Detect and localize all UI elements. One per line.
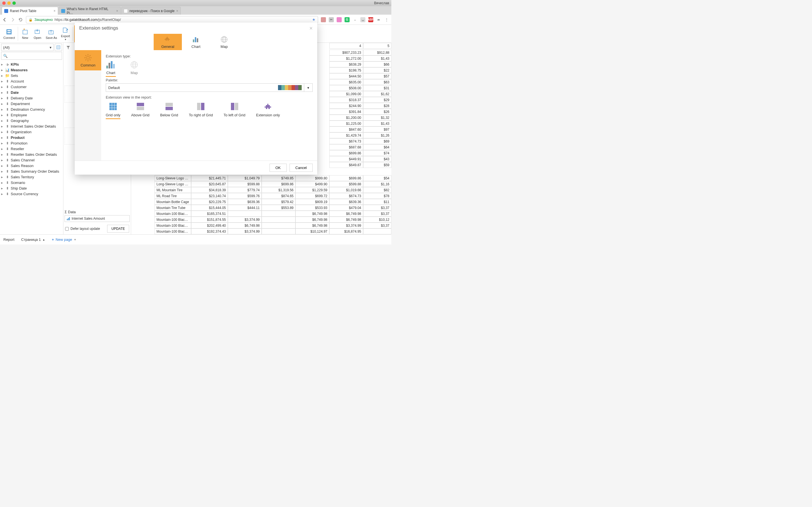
grid-cell[interactable]: $391.84: [329, 109, 363, 115]
expand-icon[interactable]: ▸: [1, 158, 4, 162]
grid-cell[interactable]: $599.88: [228, 181, 262, 187]
grid-row[interactable]: Long-Sleeve Logo …$20,645.87$599.88$699.…: [131, 181, 391, 187]
tree-item[interactable]: ▸⬍Sales Territory: [1, 174, 62, 180]
grid-cell[interactable]: $809.19: [296, 199, 329, 205]
column-header[interactable]: 4: [329, 43, 363, 49]
grid-cell[interactable]: $1,43: [363, 55, 391, 61]
tree-item[interactable]: ▸📊Measures: [1, 67, 62, 73]
expand-icon[interactable]: ▸: [1, 164, 4, 168]
new-page-button[interactable]: +New page▼: [52, 237, 77, 242]
tree-item[interactable]: ▸⬍Customer: [1, 84, 62, 90]
palette-select[interactable]: Default: [106, 83, 304, 92]
grid-cell[interactable]: $22: [363, 67, 391, 73]
connect-button[interactable]: Connect: [2, 25, 17, 42]
browser-tab[interactable]: What's New in Ranet HTML Pi… ×: [59, 7, 121, 15]
grid-cell[interactable]: $31: [363, 85, 391, 91]
open-button[interactable]: Open: [32, 25, 43, 42]
grid-cell[interactable]: [363, 228, 391, 234]
tree-item[interactable]: ▸⬍Promotion: [1, 140, 62, 146]
grid-cell[interactable]: $74: [363, 150, 391, 156]
grid-cell[interactable]: $3,37: [363, 211, 391, 217]
grid-row[interactable]: Long-Sleeve Logo …$21,445.71$1,049.79$74…: [131, 175, 391, 181]
grid-cell[interactable]: [262, 223, 296, 228]
grid-cell[interactable]: $579.42: [262, 199, 296, 205]
grid-cell[interactable]: $20,229.75: [191, 199, 228, 205]
grid-row[interactable]: Mountain Tire Tube$15,444.05$444.11$553.…: [131, 205, 391, 211]
grid-cell[interactable]: $1,16: [363, 181, 391, 187]
grid-cell[interactable]: $20,645.87: [191, 181, 228, 187]
row-header[interactable]: ML Mountain Tire: [154, 187, 191, 193]
close-icon[interactable]: ×: [54, 9, 56, 13]
grid-cell[interactable]: $649.87: [329, 162, 363, 168]
minimize-traffic-light[interactable]: [7, 1, 11, 5]
grid-cell[interactable]: $1,225.00: [329, 121, 363, 126]
grid-cell[interactable]: $912,88: [363, 50, 391, 55]
expand-icon[interactable]: ▸: [1, 141, 4, 145]
adblock-icon[interactable]: ABP: [368, 17, 373, 22]
grid-cell[interactable]: $165,374.51: [191, 211, 228, 217]
grid-cell[interactable]: $43: [363, 156, 391, 162]
expand-icon[interactable]: ▸: [1, 169, 4, 173]
tree-item[interactable]: ▸⬍Reseller: [1, 146, 62, 152]
expand-icon[interactable]: ▸: [1, 119, 4, 123]
grid-cell[interactable]: $699.86: [329, 150, 363, 156]
grid-cell[interactable]: $508.00: [329, 85, 363, 91]
expand-icon[interactable]: ▸: [1, 135, 4, 140]
browser-tab-active[interactable]: Ranet Pivot Table ×: [2, 7, 58, 15]
expand-icon[interactable]: ▸: [1, 68, 4, 72]
tree-item[interactable]: ▸⬍Ship Date: [1, 185, 62, 191]
grid-cell[interactable]: $54: [363, 175, 391, 181]
grid-cell[interactable]: $318.37: [329, 97, 363, 103]
tab-chart[interactable]: Chart: [182, 34, 210, 50]
grid-cell[interactable]: $699.72: [296, 193, 329, 199]
grid-cell[interactable]: $1,62: [363, 91, 391, 97]
grid-cell[interactable]: $3,37: [363, 223, 391, 228]
menu-icon[interactable]: ⋮: [384, 17, 389, 22]
grid-cell[interactable]: $779.74: [228, 187, 262, 193]
expand-icon[interactable]: ▸: [1, 107, 4, 112]
row-header[interactable]: Mountain-100 Blac…: [154, 228, 191, 234]
expand-icon[interactable]: ▸: [1, 85, 4, 89]
tab-map[interactable]: Map: [210, 34, 238, 50]
tree-item[interactable]: ▸⬍Product: [1, 135, 62, 140]
tree-item[interactable]: ▸⬍Destination Currency: [1, 107, 62, 112]
grid-cell[interactable]: $533.93: [296, 205, 329, 211]
close-icon[interactable]: ×: [176, 9, 178, 13]
grid-cell[interactable]: $26: [363, 109, 391, 115]
grid-cell[interactable]: $687.68: [329, 144, 363, 150]
tree-item[interactable]: ▸⬍Scenario: [1, 180, 62, 185]
expand-icon[interactable]: ▸: [1, 130, 4, 134]
save-button[interactable]: Save As: [44, 25, 59, 42]
scissors-icon[interactable]: ✂: [329, 17, 334, 22]
grid-cell[interactable]: $69: [363, 138, 391, 144]
grid-cell[interactable]: $1,229.59: [296, 187, 329, 193]
row-header[interactable]: Long-Sleeve Logo …: [154, 175, 191, 181]
grid-row[interactable]: ML Mountain Tire$34,818.39$779.74$1,319.…: [131, 187, 391, 193]
grid-cell[interactable]: $21,445.71: [191, 175, 228, 181]
expand-icon[interactable]: ▸: [1, 113, 4, 117]
tree-item[interactable]: ▸⬍Employee: [1, 112, 62, 118]
extension-icon[interactable]: [337, 17, 342, 22]
view-option[interactable]: Extension only: [256, 102, 280, 119]
tree-item[interactable]: ▸📁Sets: [1, 73, 62, 78]
grid-cell[interactable]: [228, 211, 262, 217]
grid-cell[interactable]: $3,374.99: [329, 223, 363, 228]
grid-cell[interactable]: [262, 211, 296, 217]
refresh-fields-button[interactable]: [55, 44, 62, 51]
close-icon[interactable]: ×: [309, 25, 313, 32]
reload-button[interactable]: [18, 17, 23, 22]
grid-cell[interactable]: $674.73: [329, 138, 363, 144]
browser-tab[interactable]: переводчик - Поиск в Google ×: [121, 7, 181, 15]
view-option[interactable]: Grid only: [106, 102, 120, 119]
grid-cell[interactable]: $3,374.99: [228, 228, 262, 234]
expand-icon[interactable]: ▸: [1, 91, 4, 95]
grid-cell[interactable]: [262, 217, 296, 223]
grid-row[interactable]: Mountain-100 Blac…$202,499.40$6,749.98$6…: [131, 223, 391, 228]
grid-cell[interactable]: $1,32: [363, 115, 391, 121]
grid-cell[interactable]: $638.29: [329, 61, 363, 67]
grid-cell[interactable]: $3,37: [363, 205, 391, 211]
row-header[interactable]: ML Road Tire: [154, 193, 191, 199]
expand-icon[interactable]: ▸: [1, 62, 4, 66]
expand-icon[interactable]: ▸: [1, 79, 4, 83]
row-header[interactable]: Mountain Tire Tube: [154, 205, 191, 211]
